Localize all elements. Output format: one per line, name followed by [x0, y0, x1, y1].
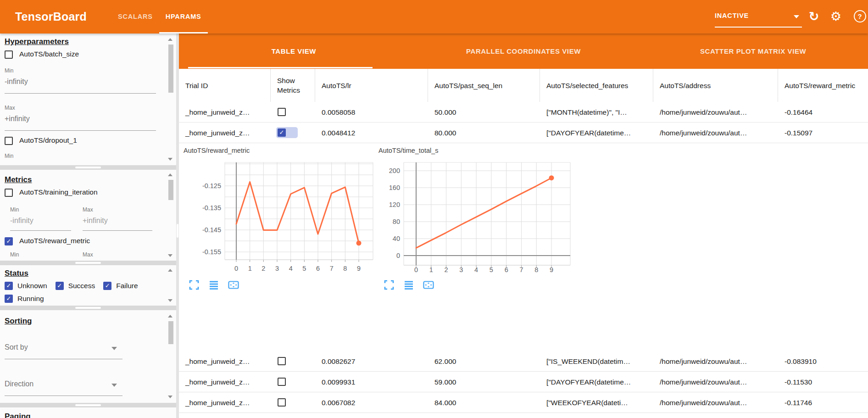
- status-option-running: Running: [5, 294, 44, 304]
- cell-past-seq-len: 84.000: [428, 392, 540, 413]
- tab-parallel-coordinates-view[interactable]: PARALLEL COORDINATES VIEW: [409, 33, 639, 69]
- panel-divider[interactable]: [0, 261, 176, 265]
- max-label: Max: [5, 105, 15, 111]
- show-metrics-cell: [271, 372, 315, 392]
- refresh-icon[interactable]: ↻: [806, 0, 822, 33]
- reward-metric-checkbox[interactable]: [5, 237, 13, 245]
- cell-past-seq-len: 50.000: [428, 102, 540, 123]
- column-header: Show Metrics: [271, 69, 315, 102]
- scrollbar-thumb[interactable]: [168, 45, 173, 93]
- help-question-mark: ?: [854, 10, 866, 22]
- panel-divider[interactable]: [0, 403, 176, 407]
- tab-scatter-plot-matrix-view[interactable]: SCATTER PLOT MATRIX VIEW: [638, 33, 868, 69]
- show-metrics-cell: [271, 392, 315, 413]
- running-checkbox[interactable]: [5, 295, 13, 303]
- column-header: AutoTS/reward_metric: [778, 69, 868, 102]
- svg-text:0: 0: [396, 252, 400, 259]
- max-label: Max: [83, 251, 93, 258]
- cell-lr: 0.0082627: [315, 351, 428, 372]
- show-metrics-checkbox[interactable]: [278, 378, 286, 386]
- cell-trial-id: _home_junweid_z…: [179, 372, 271, 392]
- sort-by-underline: [5, 359, 122, 359]
- chevron-down-icon: [794, 15, 799, 18]
- cell-past-seq-len: 59.000: [428, 372, 540, 392]
- drag-handle[interactable]: [75, 262, 101, 264]
- status-options: UnknownSuccessFailureRunning: [5, 281, 156, 304]
- show-metrics-checkbox[interactable]: [278, 128, 286, 137]
- main-scrollbar-thumb[interactable]: [177, 224, 178, 238]
- cell-selected-features: ["DAYOFYEAR(datetime…: [540, 123, 653, 143]
- batch-size-checkbox[interactable]: [5, 50, 13, 59]
- scroll-up-icon[interactable]: [168, 315, 172, 318]
- list-icon[interactable]: [403, 279, 415, 291]
- cell-lr: 0.0058058: [315, 102, 428, 123]
- reward-metric-label: AutoTS/reward_metric: [19, 237, 90, 245]
- pan-icon[interactable]: [228, 279, 239, 291]
- scroll-up-icon[interactable]: [168, 38, 172, 41]
- show-metrics-checkbox[interactable]: [278, 108, 286, 116]
- min-label: Min: [5, 153, 13, 159]
- svg-text:6: 6: [505, 266, 508, 273]
- drag-handle[interactable]: [75, 307, 101, 309]
- chart-title-time-total: AutoTS/time_total_s: [378, 147, 439, 154]
- svg-text:0: 0: [414, 266, 418, 273]
- success-checkbox[interactable]: [56, 282, 64, 290]
- max-input[interactable]: +infinity: [83, 217, 108, 225]
- sort-by-dropdown[interactable]: Sort by: [5, 343, 28, 351]
- fullscreen-icon[interactable]: [383, 279, 395, 291]
- svg-text:1: 1: [429, 266, 433, 273]
- pan-icon[interactable]: [423, 279, 434, 291]
- scroll-down-icon[interactable]: [168, 299, 172, 302]
- cell-selected-features: ["MONTH(datetime)", "I…: [540, 102, 653, 123]
- scrollbar-thumb[interactable]: [168, 180, 173, 200]
- cell-reward-metric: -0.16464: [778, 102, 868, 123]
- scroll-up-icon[interactable]: [168, 269, 172, 272]
- min-input[interactable]: -infinity: [10, 217, 33, 225]
- tab-hparams[interactable]: HPARAMS: [159, 0, 208, 33]
- scroll-down-icon[interactable]: [168, 396, 172, 398]
- svg-text:4: 4: [289, 265, 293, 272]
- svg-text:2: 2: [262, 265, 265, 272]
- failure-checkbox[interactable]: [103, 282, 111, 290]
- reward-metric-chart: -0.125-0.135-0.145-0.1550123456789: [181, 156, 378, 280]
- training-iteration-checkbox[interactable]: [5, 189, 13, 197]
- cell-trial-id: _home_junweid_z…: [179, 102, 271, 123]
- paging-title: Paging: [5, 412, 31, 418]
- unknown-checkbox[interactable]: [5, 282, 13, 290]
- active-tab-underline: [188, 67, 373, 68]
- scroll-up-icon[interactable]: [168, 173, 172, 176]
- column-header: AutoTS/lr: [315, 69, 428, 102]
- list-icon[interactable]: [208, 279, 220, 291]
- cell-reward-metric: -0.11530: [778, 372, 868, 392]
- metrics-panel: Metrics AutoTS/training_iteration Min -i…: [0, 170, 176, 261]
- status-option-success: Success: [56, 281, 95, 291]
- direction-dropdown[interactable]: Direction: [5, 380, 33, 388]
- panel-divider[interactable]: [0, 306, 176, 310]
- svg-text:5: 5: [302, 265, 306, 272]
- status-option-failure: Failure: [103, 281, 138, 291]
- max-input[interactable]: +infinity: [5, 115, 30, 123]
- cell-address: /home/junweid/zouwu/aut…: [653, 392, 778, 413]
- min-input[interactable]: -infinity: [5, 78, 28, 86]
- cell-trial-id: _home_junweid_z…: [179, 392, 271, 413]
- chevron-down-icon: [111, 384, 117, 387]
- show-metrics-checkbox[interactable]: [278, 357, 286, 365]
- panel-divider[interactable]: [0, 165, 176, 170]
- expanded-metrics-panel: AutoTS/reward_metric -0.125-0.135-0.145-…: [179, 143, 868, 351]
- drag-handle[interactable]: [75, 167, 101, 168]
- tab-scalars[interactable]: SCALARS: [111, 0, 159, 33]
- scroll-down-icon[interactable]: [168, 254, 172, 257]
- run-mode-select[interactable]: INACTIVE: [715, 7, 802, 28]
- fullscreen-icon[interactable]: [188, 279, 200, 291]
- scroll-down-icon[interactable]: [168, 158, 172, 161]
- show-metrics-cell: [271, 351, 315, 372]
- tab-table-view[interactable]: TABLE VIEW: [179, 33, 409, 69]
- column-header: AutoTS/selected_features: [540, 69, 653, 102]
- svg-text:40: 40: [393, 235, 400, 242]
- scrollbar-thumb[interactable]: [168, 321, 173, 344]
- drag-handle[interactable]: [75, 404, 101, 406]
- help-icon[interactable]: ?: [851, 0, 868, 33]
- show-metrics-checkbox[interactable]: [278, 398, 286, 407]
- dropout-checkbox[interactable]: [5, 137, 13, 145]
- settings-gear-icon[interactable]: ⚙: [828, 0, 844, 33]
